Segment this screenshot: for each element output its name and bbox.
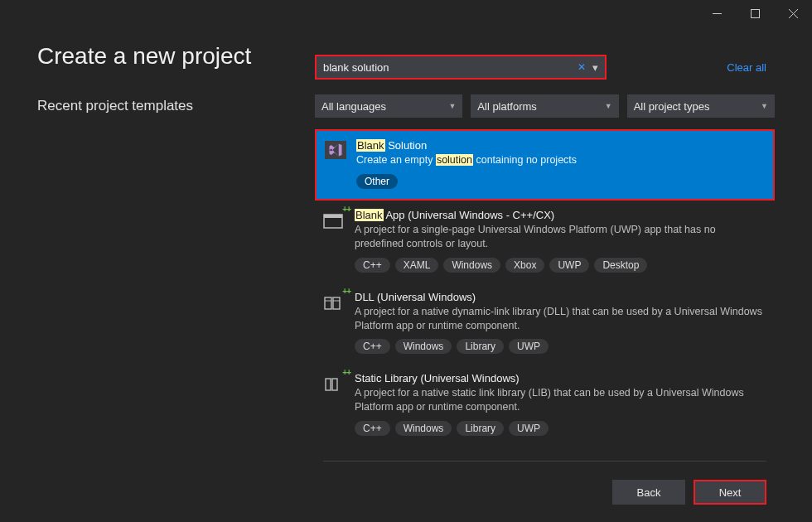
svg-rect-3 <box>325 297 331 309</box>
page-title: Create a new project <box>37 43 294 70</box>
template-blank-app-uwp[interactable]: ++ Blank App (Universal Windows - C++/CX… <box>315 201 775 283</box>
tag: Xbox <box>505 258 544 273</box>
tag: Library <box>457 339 504 354</box>
search-field-wrap: ✕ ▾ <box>315 55 607 80</box>
tag: UWP <box>509 339 549 354</box>
result-tags: C++ XAML Windows Xbox UWP Desktop <box>355 258 766 273</box>
template-dll-uwp[interactable]: ++ DLL (Universal Windows) A project for… <box>315 283 775 365</box>
lib-icon: ++ <box>323 374 345 395</box>
result-description: A project for a single-page Universal Wi… <box>355 223 766 251</box>
svg-rect-7 <box>326 379 331 390</box>
chevron-down-icon: ▼ <box>448 102 456 110</box>
result-title: Blank Solution <box>356 139 765 152</box>
search-clear-icon[interactable]: ✕ <box>574 61 589 73</box>
result-title: Static Library (Universal Windows) <box>355 372 766 384</box>
tag: Windows <box>395 339 452 354</box>
svg-rect-4 <box>333 297 340 309</box>
result-title: DLL (Universal Windows) <box>355 291 766 303</box>
maximize-button[interactable] <box>736 0 774 27</box>
tag: C++ <box>355 421 390 436</box>
close-button[interactable] <box>774 0 812 27</box>
chevron-down-icon: ▼ <box>605 102 612 110</box>
dll-icon: ++ <box>323 292 345 314</box>
uwp-app-icon: ++ <box>323 210 345 232</box>
template-static-lib-uwp[interactable]: ++ Static Library (Universal Windows) A … <box>315 364 775 446</box>
result-description: Create an empty solution containing no p… <box>356 153 765 167</box>
svg-rect-0 <box>751 9 759 17</box>
chevron-down-icon: ▼ <box>761 102 768 110</box>
result-description: A project for a native static link libra… <box>355 386 766 414</box>
filter-language-label: All languages <box>321 100 386 113</box>
filter-platform-label: All platforms <box>477 100 537 113</box>
svg-rect-2 <box>324 215 342 218</box>
minimize-button[interactable] <box>698 0 736 27</box>
tag: XAML <box>395 258 439 273</box>
tag: C++ <box>355 339 390 354</box>
next-button[interactable]: Next <box>694 480 766 505</box>
filter-language[interactable]: All languages ▼ <box>315 94 462 118</box>
tag: C++ <box>355 258 390 273</box>
back-button[interactable]: Back <box>612 480 685 505</box>
result-tags: Other <box>356 174 765 189</box>
tag: Desktop <box>594 258 647 273</box>
search-input[interactable] <box>323 61 574 74</box>
filter-projecttype-label: All project types <box>634 100 710 113</box>
result-title: Blank App (Universal Windows - C++/CX) <box>355 209 766 221</box>
result-description: A project for a native dynamic-link libr… <box>355 305 766 333</box>
tag: UWP <box>549 258 589 273</box>
titlebar <box>0 0 812 27</box>
clear-all-link[interactable]: Clear all <box>727 61 775 74</box>
result-tags: C++ Windows Library UWP <box>355 421 766 436</box>
results-list: Blank Solution Create an empty solution … <box>315 129 775 446</box>
tag: UWP <box>509 421 549 436</box>
search-dropdown-chevron[interactable]: ▾ <box>589 61 598 74</box>
recent-templates-label: Recent project templates <box>37 98 294 114</box>
divider <box>323 461 766 462</box>
visual-studio-icon <box>325 141 346 162</box>
tag: Other <box>356 174 398 189</box>
tag: Library <box>457 421 504 436</box>
filter-platform[interactable]: All platforms ▼ <box>471 94 618 118</box>
template-blank-solution[interactable]: Blank Solution Create an empty solution … <box>315 129 775 201</box>
result-tags: C++ Windows Library UWP <box>355 339 766 354</box>
tag: Windows <box>395 421 452 436</box>
filter-projecttype[interactable]: All project types ▼ <box>627 94 775 118</box>
tag: Windows <box>443 258 500 273</box>
svg-rect-8 <box>332 379 337 390</box>
